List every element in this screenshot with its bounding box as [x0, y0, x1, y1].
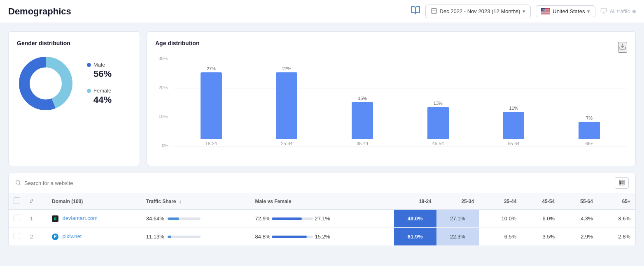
search-input[interactable] — [24, 180, 611, 186]
row1-age-35-44: 10.0% — [479, 210, 521, 228]
grid-line-0: 0% — [173, 146, 627, 146]
header: Demographics Dec 2022 - Nov 2023 (12 Mon… — [0, 0, 644, 23]
age-distribution-card: Age distribution 30% — [147, 31, 636, 166]
svg-rect-12 — [541, 12, 550, 12]
row1-traffic-bg — [168, 217, 201, 220]
svg-rect-16 — [541, 14, 550, 14]
row2-female-pct: 15.2% — [315, 234, 330, 240]
bar-group-55-64: 11% 55-64 — [503, 106, 524, 146]
row2-age-35-44: 6.5% — [479, 228, 521, 246]
col-45-54: 45-54 — [521, 193, 560, 210]
bar-45-54 — [427, 107, 449, 139]
y-label-0: 0% — [162, 143, 168, 148]
col-checkbox — [9, 193, 25, 210]
deviantart-link[interactable]: deviantart.com — [63, 215, 98, 221]
bar-35-44 — [352, 102, 373, 139]
col-25-34: 25-34 — [436, 193, 479, 210]
bars-wrapper: 27% 18-24 27% 25-34 15% — [173, 59, 627, 146]
row1-age-55-64: 4.3% — [560, 210, 598, 228]
row2-mvf: 84.8% 15.2% — [250, 228, 394, 246]
row2-age-65: 2.8% — [598, 228, 635, 246]
bar-xlabel-45-54: 45-54 — [432, 141, 444, 146]
date-range-button[interactable]: Dec 2022 - Nov 2023 (12 Months) ▾ — [425, 5, 531, 18]
table-row: 1 d deviantart.com 34.64% — [9, 210, 635, 228]
bar-label-65plus: 7% — [586, 116, 593, 120]
row1-domain: d deviantart.com — [47, 210, 141, 228]
svg-rect-11 — [541, 12, 550, 12]
gender-distribution-card: Gender distribution — [8, 31, 140, 166]
gender-donut-chart — [17, 55, 75, 112]
charts-row: Gender distribution — [8, 31, 636, 166]
row2-age-18-24: 61.9% — [394, 228, 436, 246]
sort-icon: ↓ — [179, 199, 182, 204]
download-button[interactable] — [618, 42, 627, 53]
row2-num: 2 — [25, 228, 47, 246]
svg-rect-15 — [541, 14, 550, 14]
col-traffic-share[interactable]: Traffic Share ↓ — [141, 193, 250, 210]
table-section: X # Domain (100) Traffic Share ↓ Male vs… — [8, 173, 636, 246]
svg-point-26 — [32, 69, 60, 97]
bar-25-34 — [276, 72, 297, 139]
country-label: United States — [553, 8, 585, 14]
row2-checkbox[interactable] — [14, 233, 20, 239]
gender-legend: Male 56% Female 44% — [87, 62, 112, 105]
row1-traffic: 34.64% — [141, 210, 250, 228]
table-row: 2 P pixiv.net 11.13% — [9, 228, 635, 246]
row2-mvf-bar-bg — [272, 236, 313, 238]
y-label-10: 10% — [159, 114, 168, 119]
row1-checkbox[interactable] — [14, 215, 20, 221]
row2-traffic: 11.13% — [141, 228, 250, 246]
row2-traffic-bar: 11.13% — [146, 234, 245, 240]
svg-rect-21 — [601, 8, 607, 12]
bar-label-35-44: 15% — [358, 96, 367, 101]
female-color-dot — [87, 89, 91, 93]
male-legend-label: Male — [87, 62, 112, 68]
bar-xlabel-55-64: 55-64 — [508, 141, 519, 146]
deviantart-favicon: d — [52, 215, 58, 222]
svg-text:★★★★★★: ★★★★★★ — [541, 10, 549, 12]
row1-female-pct: 27.1% — [315, 215, 330, 222]
traffic-button[interactable]: All traffic — [600, 7, 636, 15]
row1-age-18-24: 49.0% — [394, 210, 436, 228]
calendar-icon — [431, 7, 437, 15]
bar-xlabel-35-44: 35-44 — [357, 141, 368, 146]
y-label-30: 30% — [159, 56, 168, 61]
age-bar-chart: 30% 20% 10% 0% — [155, 59, 627, 157]
row2-mvf-container: 84.8% 15.2% — [255, 234, 389, 240]
demographics-table: # Domain (100) Traffic Share ↓ Male vs F… — [9, 193, 635, 246]
bar-label-25-34: 27% — [282, 66, 291, 71]
female-percentage: 44% — [87, 95, 112, 105]
row2-checkbox-cell — [9, 228, 25, 246]
row1-num: 1 — [25, 210, 47, 228]
row1-traffic-value: 34.64% — [146, 215, 164, 222]
row1-traffic-fill — [168, 217, 179, 220]
row1-mvf: 72.9% 27.1% — [250, 210, 394, 228]
table-search-row: X — [9, 173, 635, 193]
gender-card-title: Gender distribution — [17, 40, 131, 46]
gender-content: Male 56% Female 44% — [17, 55, 131, 112]
bar-label-18-24: 27% — [207, 66, 216, 71]
export-excel-button[interactable]: X — [615, 177, 629, 189]
bar-label-55-64: 11% — [509, 106, 518, 111]
row1-age-45-54: 6.0% — [521, 210, 560, 228]
us-flag-icon: ★★★★★★ ★★★★★ ★★★★★★ — [541, 8, 550, 14]
country-button[interactable]: ★★★★★★ ★★★★★ ★★★★★★ United States ▾ — [536, 5, 595, 17]
header-checkbox[interactable] — [14, 197, 20, 204]
male-color-dot — [87, 63, 91, 67]
bar-65plus — [579, 122, 600, 139]
svg-rect-0 — [432, 9, 436, 14]
pixiv-link[interactable]: pixiv.net — [63, 233, 82, 239]
row2-mvf-fill — [272, 236, 307, 238]
male-percentage: 56% — [87, 69, 112, 79]
bar-group-18-24: 27% 18-24 — [201, 66, 222, 146]
main-content: Gender distribution — [0, 23, 644, 254]
traffic-label: All traffic — [609, 8, 630, 14]
bar-group-35-44: 15% 35-44 — [352, 96, 373, 146]
page-title: Demographics — [8, 6, 404, 17]
pixiv-favicon: P — [52, 234, 58, 240]
col-domain: Domain (100) — [47, 193, 141, 210]
age-card-title: Age distribution — [155, 40, 199, 46]
row2-domain: P pixiv.net — [47, 228, 141, 246]
chevron-down-icon: ▾ — [523, 8, 525, 14]
learn-icon[interactable] — [411, 5, 420, 17]
